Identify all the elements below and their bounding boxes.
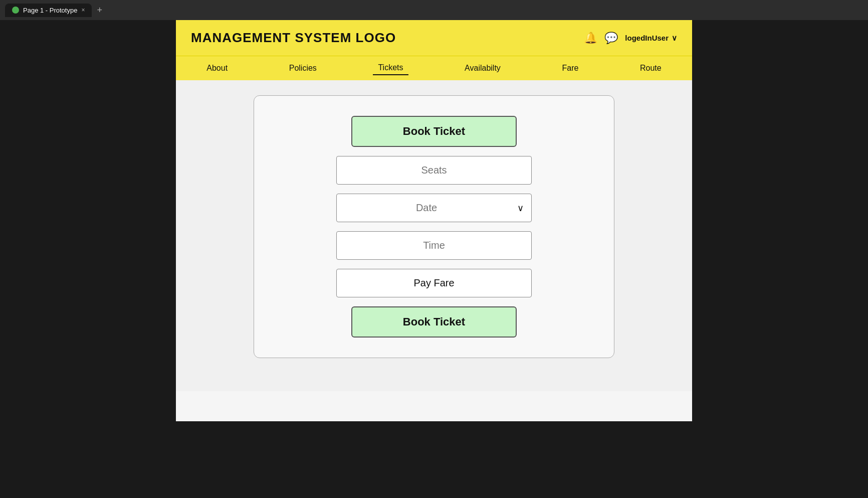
tab-bar: Page 1 - Prototype × + bbox=[5, 4, 105, 17]
site-header: MANAGEMENT SYSTEM LOGO 🔔 💬 logedInUser ∨ bbox=[176, 20, 692, 56]
nav-item-route[interactable]: Route bbox=[635, 62, 667, 75]
date-wrapper: ∨ bbox=[336, 194, 532, 222]
nav-item-policies[interactable]: Policies bbox=[284, 62, 322, 75]
user-menu[interactable]: logedInUser ∨ bbox=[625, 34, 677, 43]
nav-item-about[interactable]: About bbox=[201, 62, 233, 75]
pay-fare-field[interactable]: Pay Fare bbox=[336, 269, 532, 297]
book-ticket-top-button[interactable]: Book Ticket bbox=[351, 116, 517, 147]
chat-icon[interactable]: 💬 bbox=[604, 32, 618, 45]
header-right: 🔔 💬 logedInUser ∨ bbox=[584, 32, 677, 45]
tab-favicon bbox=[12, 7, 19, 14]
site-logo: MANAGEMENT SYSTEM LOGO bbox=[191, 30, 396, 46]
book-ticket-bottom-button[interactable]: Book Ticket bbox=[351, 306, 517, 338]
main-content: Book Ticket ∨ Pay Fare Book Ticket bbox=[176, 80, 692, 391]
user-chevron-icon: ∨ bbox=[672, 34, 677, 43]
time-input[interactable] bbox=[336, 231, 532, 260]
date-input[interactable] bbox=[336, 194, 532, 222]
bell-icon[interactable]: 🔔 bbox=[584, 32, 597, 45]
website-wrapper: MANAGEMENT SYSTEM LOGO 🔔 💬 logedInUser ∨… bbox=[176, 20, 692, 421]
nav-bar: About Policies Tickets Availabilty Fare … bbox=[176, 56, 692, 80]
nav-item-fare[interactable]: Fare bbox=[557, 62, 583, 75]
tab-title: Page 1 - Prototype bbox=[23, 7, 77, 14]
seats-input[interactable] bbox=[336, 156, 532, 185]
browser-chrome: Page 1 - Prototype × + bbox=[0, 0, 868, 20]
active-tab[interactable]: Page 1 - Prototype × bbox=[5, 4, 92, 17]
nav-item-tickets[interactable]: Tickets bbox=[373, 61, 408, 75]
booking-form-card: Book Ticket ∨ Pay Fare Book Ticket bbox=[254, 95, 614, 358]
nav-item-availabilty[interactable]: Availabilty bbox=[460, 62, 506, 75]
new-tab-button[interactable]: + bbox=[94, 5, 105, 16]
tab-close-button[interactable]: × bbox=[81, 7, 85, 14]
logged-in-user: logedInUser bbox=[625, 34, 669, 42]
